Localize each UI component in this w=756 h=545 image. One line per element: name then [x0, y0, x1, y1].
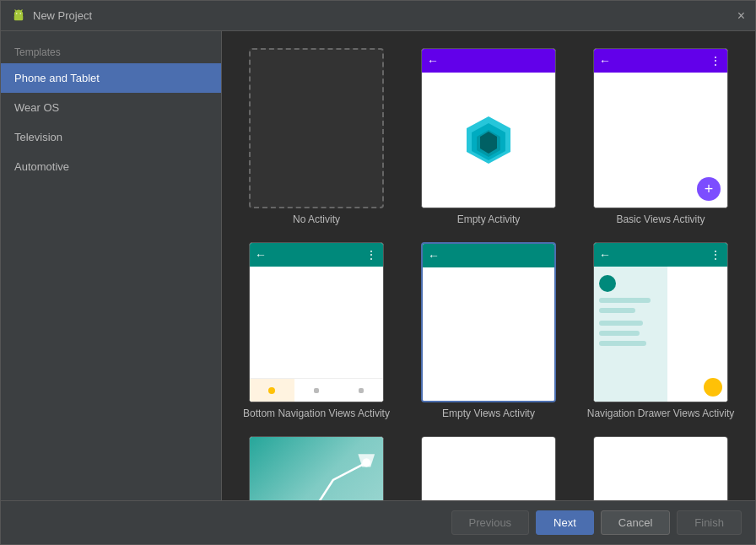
sidebar: Templates Phone and Tablet Wear OS Telev… [1, 31, 222, 500]
bottom-nav-bar [250, 378, 383, 402]
cpp-card-body: C++ [594, 437, 727, 500]
game-card [421, 436, 556, 500]
dialog-title: New Project [33, 9, 92, 22]
svg-line-2 [15, 9, 17, 11]
svg-line-3 [21, 9, 23, 11]
plus-fab-icon: + [697, 177, 721, 201]
cpp-logo-svg: C++ [627, 491, 694, 500]
no-activity-card [249, 48, 384, 208]
bottom-nav-label: Bottom Navigation Views Activity [243, 407, 390, 419]
nav-dot-inactive-1-icon [314, 388, 319, 393]
trendline-card [249, 436, 384, 500]
main-content: No Activity ← [222, 31, 755, 500]
sidebar-item-phone-tablet[interactable]: Phone and Tablet [1, 63, 221, 93]
template-trendline[interactable]: Responsive Views Activity [239, 436, 394, 500]
back-arrow-3-icon: ← [255, 248, 267, 262]
empty-views-card: ← [421, 242, 556, 402]
next-button[interactable]: Next [536, 510, 594, 535]
drawer-line-1 [599, 298, 651, 303]
template-game[interactable]: Game Activity [411, 436, 566, 500]
template-empty-views[interactable]: ← Empty Views Activity [411, 242, 566, 419]
drawer-avatar-icon [599, 275, 616, 292]
template-cpp[interactable]: C++ Native C++ [583, 436, 738, 500]
game-controller-svg [459, 494, 518, 501]
back-arrow-2-icon: ← [599, 54, 611, 67]
basic-views-header: ← ⋮ [594, 49, 727, 73]
close-button[interactable]: × [737, 8, 745, 24]
cpp-card: C++ [593, 436, 728, 500]
empty-activity-label: Empty Activity [457, 213, 521, 225]
template-basic-views[interactable]: ← ⋮ + Basic Views Activity [583, 48, 738, 225]
hex-svg [463, 115, 514, 165]
empty-activity-header: ← [422, 49, 555, 73]
bottom-nav-body [250, 267, 383, 402]
bottom-nav-card: ← ⋮ [249, 242, 384, 402]
nav-drawer-card: ← ⋮ [593, 242, 728, 402]
footer: Previous Next Cancel Finish [1, 500, 755, 544]
dialog-body: Templates Phone and Tablet Wear OS Telev… [1, 31, 755, 500]
basic-views-body: + [594, 73, 727, 208]
sidebar-item-automotive[interactable]: Automotive [1, 152, 221, 181]
sidebar-item-label-phone-tablet: Phone and Tablet [14, 72, 100, 84]
empty-views-body [423, 267, 554, 401]
nav-drawer-label: Navigation Drawer Views Activity [587, 407, 735, 419]
template-empty-activity[interactable]: ← [411, 48, 566, 225]
basic-views-label: Basic Views Activity [616, 213, 705, 225]
cancel-button[interactable]: Cancel [601, 510, 670, 535]
drawer-line-3 [599, 321, 643, 326]
trend-bg [250, 437, 383, 500]
svg-point-4 [16, 13, 18, 14]
three-dots-icon: ⋮ [710, 54, 722, 67]
sidebar-item-label-wear-os: Wear OS [14, 101, 59, 114]
svg-point-5 [20, 13, 22, 14]
sidebar-item-label-automotive: Automotive [14, 160, 69, 173]
template-bottom-nav[interactable]: ← ⋮ [239, 242, 394, 419]
back-arrow-5-icon: ← [599, 248, 611, 262]
empty-activity-icon [422, 73, 555, 208]
fab-circle-icon [704, 378, 722, 397]
android-icon [11, 8, 26, 24]
nav-item-2 [294, 379, 339, 402]
basic-views-card: ← ⋮ + [593, 48, 728, 208]
template-no-activity[interactable]: No Activity [239, 48, 394, 225]
sidebar-section-label: Templates [1, 38, 221, 63]
nav-drawer-header: ← ⋮ [594, 243, 727, 267]
drawer-line-5 [599, 341, 646, 346]
empty-activity-body [422, 73, 555, 208]
nav-dot-active-icon [268, 387, 275, 394]
no-activity-label: No Activity [293, 213, 340, 225]
title-bar: New Project × [1, 1, 755, 31]
empty-views-label: Empty Views Activity [442, 407, 535, 419]
template-nav-drawer[interactable]: ← ⋮ [583, 242, 738, 419]
game-card-body [422, 437, 555, 500]
back-arrow-icon: ← [427, 54, 439, 67]
empty-activity-card: ← [421, 48, 556, 208]
sidebar-item-label-television: Television [14, 131, 62, 143]
sidebar-item-television[interactable]: Television [1, 122, 221, 152]
nav-item-3 [338, 379, 383, 402]
trend-chart-svg [250, 445, 383, 500]
new-project-dialog: New Project × Templates Phone and Tablet… [0, 0, 756, 545]
svg-rect-1 [14, 14, 24, 20]
template-grid: No Activity ← [222, 31, 755, 500]
title-bar-left: New Project [11, 8, 92, 24]
three-dots-3-icon: ⋮ [710, 248, 722, 262]
nav-item-1 [250, 379, 294, 402]
nav-drawer-body [594, 267, 727, 402]
sidebar-item-wear-os[interactable]: Wear OS [1, 93, 221, 122]
bottom-nav-header: ← ⋮ [250, 243, 383, 267]
finish-button[interactable]: Finish [677, 510, 742, 535]
drawer-line-4 [599, 331, 640, 336]
drawer-panel [594, 267, 667, 402]
back-arrow-4-icon: ← [428, 249, 440, 262]
nav-dot-inactive-2-icon [359, 388, 364, 393]
empty-views-header: ← [423, 244, 554, 267]
three-dots-2-icon: ⋮ [365, 248, 378, 262]
nav-drawer-main [667, 267, 727, 402]
previous-button[interactable]: Previous [451, 510, 530, 535]
drawer-line-2 [599, 308, 635, 313]
